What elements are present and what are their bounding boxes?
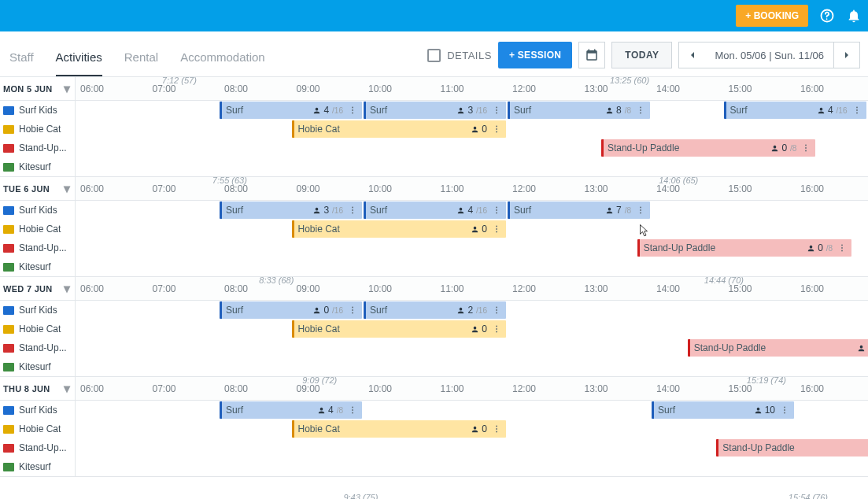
date-range-nav: Mon. 05/06 | Sun. 11/06 (678, 42, 860, 68)
next-week-button[interactable] (833, 42, 860, 68)
date-range-label: Mon. 05/06 | Sun. 11/06 (705, 42, 833, 68)
toolbar: Staff Activities Rental Accommodation DE… (0, 31, 868, 77)
details-label: DETAILS (447, 50, 492, 61)
checkbox-icon (427, 49, 441, 62)
tab-activities[interactable]: Activities (56, 50, 102, 76)
tab-staff[interactable]: Staff (9, 50, 34, 76)
tab-accommodation[interactable]: Accommodation (180, 50, 265, 76)
new-booking-button[interactable]: + BOOKING (736, 5, 808, 27)
prev-week-button[interactable] (678, 42, 705, 68)
app-header: + BOOKING (0, 0, 868, 31)
tab-rental[interactable]: Rental (124, 50, 158, 76)
today-button[interactable]: TODAY (611, 42, 672, 68)
new-session-button[interactable]: + SESSION (498, 42, 572, 68)
calendar-button[interactable] (578, 42, 605, 68)
details-toggle[interactable]: DETAILS (427, 49, 492, 62)
view-tabs: Staff Activities Rental Accommodation (9, 31, 427, 76)
help-icon[interactable] (819, 8, 835, 24)
notifications-icon[interactable] (846, 8, 862, 24)
svg-point-1 (826, 18, 828, 20)
